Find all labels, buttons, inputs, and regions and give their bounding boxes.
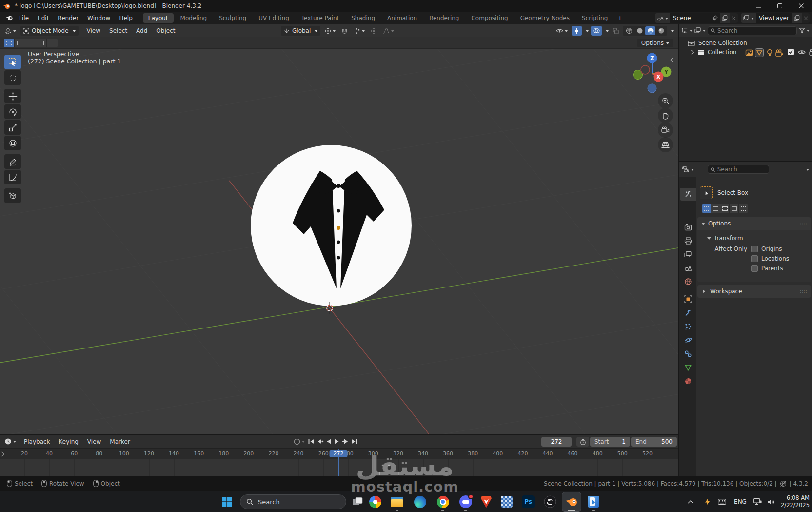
outliner-row-collection[interactable]: Collection: [691, 49, 736, 56]
pivot-point-dropdown[interactable]: [323, 28, 337, 34]
properties-search-input[interactable]: [717, 166, 766, 173]
logo-object[interactable]: [251, 145, 412, 306]
viewport-editor[interactable]: Object Mode ViewSelectAddObject Global: [0, 24, 678, 434]
select-invert-button[interactable]: [36, 39, 47, 47]
select-subtract-button[interactable]: [25, 39, 36, 47]
axis-neg-x-ball[interactable]: [641, 65, 650, 74]
app-brave[interactable]: [476, 492, 496, 512]
overlays-toggle[interactable]: [591, 26, 602, 36]
maximize-button[interactable]: [769, 0, 791, 12]
tab-object-data[interactable]: [680, 361, 696, 374]
play-reverse-button[interactable]: [325, 438, 332, 445]
app-edge[interactable]: [410, 492, 430, 512]
scene-name[interactable]: Scene: [670, 15, 712, 21]
xray-toggle[interactable]: [611, 28, 620, 34]
editor-type-button[interactable]: [3, 28, 18, 34]
mode-extend-button[interactable]: [711, 204, 720, 213]
menu-window[interactable]: Window: [83, 15, 115, 21]
new-viewlayer-button[interactable]: [792, 13, 802, 23]
locations-checkbox[interactable]: [751, 255, 758, 262]
select-intersect-button[interactable]: [47, 39, 58, 47]
gizmos-toggle[interactable]: [572, 26, 582, 36]
menu-object[interactable]: Object: [152, 27, 179, 34]
task-view-button[interactable]: [348, 492, 367, 512]
previous-keyframe-button[interactable]: [317, 438, 324, 445]
tool-transform[interactable]: [4, 136, 21, 150]
tool-move[interactable]: [4, 89, 21, 103]
remove-viewlayer-button[interactable]: [802, 13, 810, 23]
menu-keying[interactable]: Keying: [55, 438, 83, 445]
tool-annotate[interactable]: [4, 154, 21, 169]
workspace-tab-modeling[interactable]: Modeling: [175, 13, 213, 23]
timeline-track[interactable]: [0, 459, 678, 476]
play-button[interactable]: [334, 438, 340, 445]
tab-modifiers[interactable]: [680, 307, 696, 319]
shading-solid-button[interactable]: [634, 26, 645, 35]
tool-cursor[interactable]: [4, 70, 21, 85]
sidebar-collapse-arrow[interactable]: [670, 57, 674, 63]
tab-output[interactable]: [680, 234, 696, 247]
proportional-falloff-dropdown[interactable]: [381, 28, 396, 34]
taskbar-clock[interactable]: 6:08 AM 2/22/2025: [778, 494, 810, 509]
tab-constraints[interactable]: [680, 348, 696, 360]
orientation-dropdown[interactable]: Global: [281, 26, 320, 36]
app-chrome[interactable]: [433, 492, 453, 512]
snap-toggle-button[interactable]: [340, 28, 349, 34]
outliner-search[interactable]: [708, 26, 797, 35]
taskbar-search-input[interactable]: [257, 498, 325, 506]
tab-render[interactable]: [680, 221, 696, 233]
hide-eye-icon[interactable]: [798, 49, 806, 55]
use-preview-range-button[interactable]: [576, 437, 589, 447]
menu-add[interactable]: Add: [132, 27, 152, 34]
app-anydesk[interactable]: [584, 492, 603, 512]
navigation-gizmo[interactable]: Z Y X: [634, 53, 672, 93]
mesh-triangle-icon[interactable]: [755, 48, 764, 57]
viewlayer-browse-button[interactable]: [741, 13, 756, 23]
disable-render-icon[interactable]: [809, 49, 812, 56]
options-panel-header[interactable]: Options ∷∷: [697, 217, 811, 230]
tray-expand-button[interactable]: [684, 491, 697, 512]
unlink-scene-button[interactable]: [730, 13, 738, 23]
app-obs[interactable]: [540, 492, 560, 512]
start-button[interactable]: [217, 492, 237, 512]
image-data-icon[interactable]: [745, 49, 753, 57]
menu-render[interactable]: Render: [53, 15, 83, 21]
mode-set-button[interactable]: [702, 204, 711, 213]
tab-particles[interactable]: [680, 320, 696, 333]
app-photos[interactable]: [365, 492, 385, 512]
panel-grip[interactable]: ∷∷: [800, 221, 807, 226]
jump-to-end-button[interactable]: [351, 438, 358, 445]
tool-scale[interactable]: [4, 120, 21, 135]
tab-material[interactable]: [680, 375, 696, 388]
outliner-filter-button[interactable]: [799, 27, 810, 34]
mode-dropdown[interactable]: Object Mode: [20, 26, 79, 36]
outliner-row-scene-collection[interactable]: Scene Collection: [688, 40, 747, 46]
timeline-expand-arrow[interactable]: [1, 451, 5, 457]
properties-search[interactable]: [708, 165, 769, 174]
workspace-tab-compositing[interactable]: Compositing: [466, 13, 513, 23]
timeline-editor-type-button[interactable]: [3, 438, 18, 445]
shading-wireframe-button[interactable]: [624, 26, 634, 35]
workspace-tab-uv-editing[interactable]: UV Editing: [253, 13, 295, 23]
collection-label[interactable]: Collection: [708, 49, 736, 56]
tool-rotate[interactable]: [4, 104, 21, 119]
workspace-tab-shading[interactable]: Shading: [346, 13, 380, 23]
mode-intersect-button[interactable]: [739, 204, 748, 213]
minimize-button[interactable]: [748, 0, 769, 12]
app-photoshop[interactable]: Ps: [518, 492, 538, 512]
keyframe-dot[interactable]: [388, 464, 390, 467]
current-frame-badge[interactable]: 272: [330, 450, 348, 457]
app-file-explorer[interactable]: [387, 492, 407, 512]
pan-view-button[interactable]: [658, 108, 673, 123]
visibility-dropdown[interactable]: [555, 28, 569, 34]
checkbox-checked-icon[interactable]: [787, 48, 794, 56]
mode-invert-button[interactable]: [730, 204, 739, 213]
current-frame-field[interactable]: 272: [541, 437, 572, 447]
menu-help[interactable]: Help: [115, 15, 137, 21]
menu-view[interactable]: View: [82, 27, 105, 34]
parents-checkbox[interactable]: [751, 265, 758, 272]
scene-collection-label[interactable]: Scene Collection: [698, 40, 747, 46]
origins-checkbox[interactable]: [751, 246, 758, 252]
pin-icon[interactable]: [712, 15, 718, 21]
light-data-icon[interactable]: [766, 49, 773, 57]
